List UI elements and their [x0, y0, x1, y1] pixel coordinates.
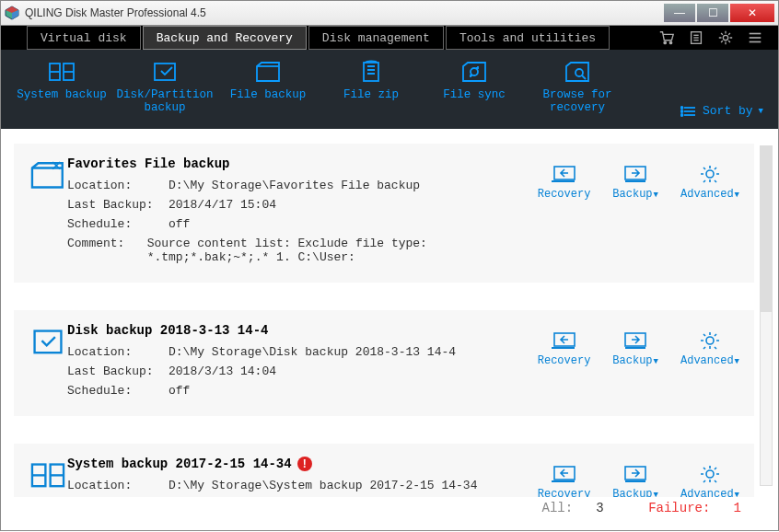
recovery-button[interactable]: Recovery: [538, 330, 591, 367]
location-label: Location:: [67, 179, 169, 192]
svg-rect-18: [364, 63, 378, 81]
app-logo-icon: [5, 6, 19, 20]
tab-tools-utilities[interactable]: Tools and utilities: [446, 26, 610, 50]
tool-file-zip[interactable]: File zip: [325, 59, 417, 101]
location-value: D:\My Storage\Disk backup 2018-3-13 14-4: [169, 345, 456, 359]
cart-icon[interactable]: [658, 29, 675, 46]
tool-label: File zip: [343, 88, 399, 101]
comment-value: Source content list: Exclude file type: …: [147, 237, 538, 264]
tab-virtual-disk[interactable]: Virtual disk: [27, 26, 141, 50]
backup-list: Favorites File backup Location:D:\My Sto…: [1, 129, 778, 497]
backup-label: Backup▼: [612, 354, 658, 367]
toolbar: System backup Disk/Partition backup File…: [1, 50, 778, 129]
svg-point-31: [706, 170, 714, 178]
recovery-label: Recovery: [538, 354, 591, 367]
lastbackup-value: 2018/4/17 15:04: [169, 198, 276, 212]
backup-card: Favorites File backup Location:D:\My Sto…: [14, 144, 754, 283]
system-backup-icon: [47, 59, 76, 85]
tool-label: System backup: [17, 88, 107, 101]
status-footer: All: 3 Failure: 1: [1, 497, 778, 515]
backup-card: System backup 2017-2-15 14-34! Location:…: [14, 444, 754, 497]
scrollbar-track[interactable]: [760, 145, 773, 486]
error-icon: !: [297, 457, 312, 471]
svg-point-4: [669, 41, 671, 43]
card-type-icon: [29, 156, 67, 270]
dropdown-triangle-icon: ▼: [759, 107, 763, 116]
failure-count: 1: [734, 501, 741, 515]
tool-label: File backup: [230, 88, 307, 101]
advanced-button[interactable]: Advanced▼: [680, 330, 739, 367]
lastbackup-value: 2018/3/13 14:04: [169, 364, 276, 378]
main-frame: Virtual disk Backup and Recovery Disk ma…: [0, 26, 779, 531]
svg-point-24: [680, 107, 682, 109]
recovery-button[interactable]: Recovery: [538, 464, 591, 497]
scrollbar-thumb[interactable]: [761, 146, 772, 312]
card-title: Favorites File backup: [67, 156, 229, 171]
backup-label: Backup▼: [612, 488, 658, 497]
tab-backup-recovery[interactable]: Backup and Recovery: [143, 26, 307, 50]
file-zip-icon: [356, 59, 386, 85]
menu-icon[interactable]: [747, 29, 763, 46]
card-type-icon: [29, 323, 67, 403]
svg-point-25: [680, 110, 682, 112]
tool-disk-partition-backup[interactable]: Disk/Partition backup: [119, 59, 211, 114]
svg-rect-32: [35, 331, 62, 353]
sort-icon: [680, 105, 697, 118]
schedule-value: off: [169, 217, 190, 231]
backup-button[interactable]: Backup▼: [612, 330, 658, 367]
titlebar: QILING Disk Master Professional 4.5 — ☐ …: [0, 0, 779, 26]
recovery-label: Recovery: [538, 188, 591, 201]
card-type-icon: [29, 457, 67, 497]
tool-system-backup[interactable]: System backup: [16, 59, 108, 101]
backup-label: Backup▼: [612, 188, 658, 201]
tab-bar: Virtual disk Backup and Recovery Disk ma…: [1, 26, 778, 50]
schedule-label: Schedule:: [67, 384, 169, 398]
all-count: 3: [596, 501, 603, 515]
svg-line-20: [582, 75, 586, 79]
backup-button[interactable]: Backup▼: [612, 464, 658, 497]
tool-browse-recovery[interactable]: Browse for recovery: [531, 59, 623, 114]
schedule-label: Schedule:: [67, 217, 169, 231]
recovery-button[interactable]: Recovery: [538, 164, 591, 201]
tab-disk-management[interactable]: Disk management: [308, 26, 444, 50]
card-title: System backup 2017-2-15 14-34: [67, 457, 292, 471]
svg-point-3: [664, 41, 666, 43]
svg-rect-17: [155, 64, 175, 80]
svg-point-46: [706, 470, 714, 478]
browse-recovery-icon: [563, 59, 592, 85]
minimize-button[interactable]: —: [664, 4, 695, 22]
location-value: D:\My Storage\System backup 2017-2-15 14…: [169, 479, 477, 492]
tool-file-backup[interactable]: File backup: [222, 59, 314, 101]
tool-label: File sync: [443, 88, 506, 101]
lastbackup-label: Last Backup:: [67, 198, 169, 212]
file-sync-icon: [459, 59, 489, 85]
tool-label: Disk/Partition backup: [116, 88, 213, 114]
svg-point-9: [723, 35, 727, 40]
lastbackup-label: Last Backup:: [67, 364, 169, 378]
card-title: Disk backup 2018-3-13 14-4: [67, 323, 268, 338]
settings-icon[interactable]: [717, 29, 734, 46]
advanced-button[interactable]: Advanced▼: [680, 464, 739, 497]
advanced-label: Advanced▼: [680, 354, 739, 367]
advanced-button[interactable]: Advanced▼: [680, 164, 739, 201]
location-label: Location:: [67, 479, 169, 492]
all-label: All:: [542, 501, 574, 515]
window-title: QILING Disk Master Professional 4.5: [25, 6, 664, 19]
backup-card: Disk backup 2018-3-13 14-4 Location:D:\M…: [14, 310, 754, 416]
svg-point-19: [576, 69, 583, 76]
comment-label: Comment:: [67, 237, 147, 264]
maximize-button[interactable]: ☐: [697, 4, 728, 22]
advanced-label: Advanced▼: [680, 488, 739, 497]
schedule-value: off: [169, 384, 190, 398]
sort-label: Sort by: [703, 104, 753, 118]
tool-file-sync[interactable]: File sync: [428, 59, 520, 101]
failure-label: Failure:: [648, 501, 710, 515]
log-icon[interactable]: [688, 29, 704, 46]
location-label: Location:: [67, 345, 169, 359]
svg-point-37: [706, 337, 714, 344]
sort-by-button[interactable]: Sort by ▼: [680, 104, 763, 118]
location-value: D:\My Storage\Favorites File backup: [169, 179, 420, 192]
advanced-label: Advanced▼: [680, 188, 739, 201]
backup-button[interactable]: Backup▼: [612, 164, 658, 201]
close-button[interactable]: ✕: [730, 4, 774, 22]
